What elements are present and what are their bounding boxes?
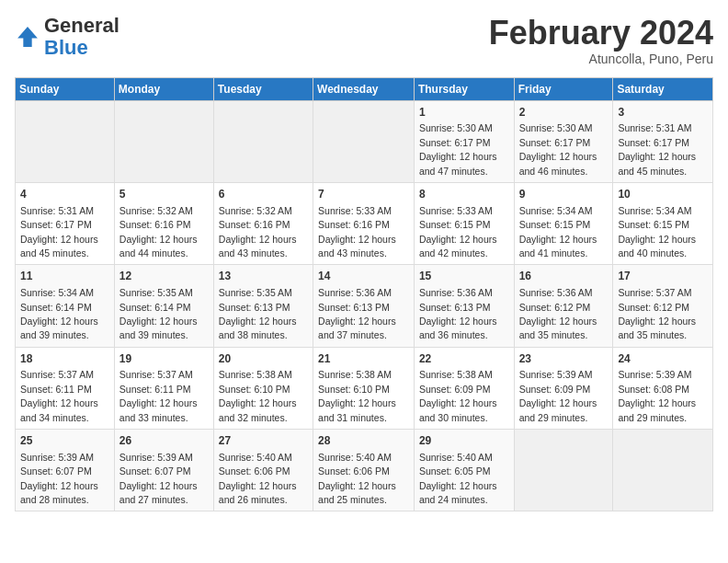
header-cell: Thursday xyxy=(414,77,514,100)
calendar-cell: 18Sunrise: 5:37 AM Sunset: 6:11 PM Dayli… xyxy=(16,347,115,429)
day-number: 1 xyxy=(419,105,509,121)
header-cell: Saturday xyxy=(613,77,713,100)
day-number: 8 xyxy=(419,187,509,202)
day-info: Sunrise: 5:35 AM Sunset: 6:13 PM Dayligh… xyxy=(219,287,297,340)
day-number: 9 xyxy=(519,187,609,202)
day-number: 22 xyxy=(419,351,509,367)
calendar-cell: 19Sunrise: 5:37 AM Sunset: 6:11 PM Dayli… xyxy=(114,347,213,429)
calendar-row: 25Sunrise: 5:39 AM Sunset: 6:07 PM Dayli… xyxy=(16,430,713,511)
calendar-cell xyxy=(514,430,613,511)
calendar-cell: 21Sunrise: 5:38 AM Sunset: 6:10 PM Dayli… xyxy=(313,347,415,429)
day-info: Sunrise: 5:31 AM Sunset: 6:17 PM Dayligh… xyxy=(20,205,98,259)
header-cell: Friday xyxy=(514,77,613,100)
calendar-cell: 25Sunrise: 5:39 AM Sunset: 6:07 PM Dayli… xyxy=(16,430,115,511)
calendar-row: 1Sunrise: 5:30 AM Sunset: 6:17 PM Daylig… xyxy=(16,100,713,182)
calendar-cell: 5Sunrise: 5:32 AM Sunset: 6:16 PM Daylig… xyxy=(114,182,213,264)
calendar-row: 4Sunrise: 5:31 AM Sunset: 6:17 PM Daylig… xyxy=(16,182,713,264)
calendar-cell: 23Sunrise: 5:39 AM Sunset: 6:09 PM Dayli… xyxy=(514,347,613,429)
calendar-cell: 12Sunrise: 5:35 AM Sunset: 6:14 PM Dayli… xyxy=(114,265,213,347)
day-number: 5 xyxy=(119,187,209,202)
calendar-cell: 7Sunrise: 5:33 AM Sunset: 6:16 PM Daylig… xyxy=(313,182,415,264)
day-info: Sunrise: 5:39 AM Sunset: 6:08 PM Dayligh… xyxy=(618,369,696,422)
calendar-cell xyxy=(114,100,213,182)
day-info: Sunrise: 5:39 AM Sunset: 6:07 PM Dayligh… xyxy=(119,452,198,505)
calendar-cell xyxy=(613,430,713,511)
logo-icon xyxy=(15,24,40,50)
day-info: Sunrise: 5:36 AM Sunset: 6:13 PM Dayligh… xyxy=(318,287,396,340)
calendar-cell xyxy=(213,100,313,182)
day-number: 23 xyxy=(519,351,609,367)
day-number: 10 xyxy=(618,187,708,202)
day-info: Sunrise: 5:40 AM Sunset: 6:06 PM Dayligh… xyxy=(318,452,396,505)
calendar-cell: 29Sunrise: 5:40 AM Sunset: 6:05 PM Dayli… xyxy=(414,430,514,511)
day-number: 29 xyxy=(419,433,509,449)
calendar-cell: 20Sunrise: 5:38 AM Sunset: 6:10 PM Dayli… xyxy=(213,347,313,429)
calendar-cell: 6Sunrise: 5:32 AM Sunset: 6:16 PM Daylig… xyxy=(213,182,313,264)
day-info: Sunrise: 5:38 AM Sunset: 6:09 PM Dayligh… xyxy=(419,369,497,422)
day-number: 7 xyxy=(318,187,409,202)
header-cell: Tuesday xyxy=(213,77,313,100)
calendar-cell: 8Sunrise: 5:33 AM Sunset: 6:15 PM Daylig… xyxy=(414,182,514,264)
day-number: 25 xyxy=(20,433,109,449)
calendar-cell: 16Sunrise: 5:36 AM Sunset: 6:12 PM Dayli… xyxy=(514,265,613,347)
day-number: 6 xyxy=(219,187,308,202)
day-info: Sunrise: 5:37 AM Sunset: 6:11 PM Dayligh… xyxy=(20,369,98,422)
day-number: 27 xyxy=(219,433,308,449)
day-info: Sunrise: 5:37 AM Sunset: 6:11 PM Dayligh… xyxy=(119,369,198,422)
day-info: Sunrise: 5:35 AM Sunset: 6:14 PM Dayligh… xyxy=(119,287,198,340)
logo-blue: Blue xyxy=(44,36,88,59)
calendar-cell: 3Sunrise: 5:31 AM Sunset: 6:17 PM Daylig… xyxy=(613,100,713,182)
day-number: 28 xyxy=(318,433,409,449)
header-cell: Wednesday xyxy=(313,77,415,100)
day-info: Sunrise: 5:34 AM Sunset: 6:15 PM Dayligh… xyxy=(519,205,597,259)
day-number: 15 xyxy=(419,269,509,284)
day-info: Sunrise: 5:37 AM Sunset: 6:12 PM Dayligh… xyxy=(618,287,696,340)
day-info: Sunrise: 5:32 AM Sunset: 6:16 PM Dayligh… xyxy=(219,205,297,259)
calendar-cell: 22Sunrise: 5:38 AM Sunset: 6:09 PM Dayli… xyxy=(414,347,514,429)
calendar-cell: 26Sunrise: 5:39 AM Sunset: 6:07 PM Dayli… xyxy=(114,430,213,511)
calendar-cell: 4Sunrise: 5:31 AM Sunset: 6:17 PM Daylig… xyxy=(16,182,115,264)
calendar-cell xyxy=(16,100,115,182)
day-info: Sunrise: 5:33 AM Sunset: 6:15 PM Dayligh… xyxy=(419,205,497,259)
day-info: Sunrise: 5:36 AM Sunset: 6:13 PM Dayligh… xyxy=(419,287,497,340)
calendar-cell: 10Sunrise: 5:34 AM Sunset: 6:15 PM Dayli… xyxy=(613,182,713,264)
day-info: Sunrise: 5:38 AM Sunset: 6:10 PM Dayligh… xyxy=(318,369,396,422)
day-number: 19 xyxy=(119,351,209,367)
day-number: 21 xyxy=(318,351,409,367)
day-number: 13 xyxy=(219,269,308,284)
calendar-cell: 2Sunrise: 5:30 AM Sunset: 6:17 PM Daylig… xyxy=(514,100,613,182)
svg-marker-0 xyxy=(17,27,38,47)
day-number: 18 xyxy=(20,351,109,367)
logo-text: General Blue xyxy=(44,15,119,59)
calendar-cell: 15Sunrise: 5:36 AM Sunset: 6:13 PM Dayli… xyxy=(414,265,514,347)
calendar-cell: 28Sunrise: 5:40 AM Sunset: 6:06 PM Dayli… xyxy=(313,430,415,511)
day-number: 16 xyxy=(519,269,609,284)
calendar-cell: 27Sunrise: 5:40 AM Sunset: 6:06 PM Dayli… xyxy=(213,430,313,511)
day-number: 24 xyxy=(618,351,708,367)
header-row: SundayMondayTuesdayWednesdayThursdayFrid… xyxy=(16,77,713,100)
day-number: 2 xyxy=(519,105,609,121)
day-number: 4 xyxy=(20,187,109,202)
day-number: 11 xyxy=(20,269,109,284)
header-cell: Monday xyxy=(114,77,213,100)
calendar-cell xyxy=(313,100,415,182)
logo-general: General xyxy=(44,14,119,37)
day-number: 17 xyxy=(618,269,708,284)
calendar-table: SundayMondayTuesdayWednesdayThursdayFrid… xyxy=(15,77,713,512)
calendar-title: February 2024 xyxy=(489,15,713,52)
day-info: Sunrise: 5:32 AM Sunset: 6:16 PM Dayligh… xyxy=(119,205,198,259)
day-number: 3 xyxy=(618,105,708,121)
day-info: Sunrise: 5:38 AM Sunset: 6:10 PM Dayligh… xyxy=(219,369,297,422)
day-info: Sunrise: 5:31 AM Sunset: 6:17 PM Dayligh… xyxy=(618,122,696,176)
calendar-row: 18Sunrise: 5:37 AM Sunset: 6:11 PM Dayli… xyxy=(16,347,713,429)
calendar-body: 1Sunrise: 5:30 AM Sunset: 6:17 PM Daylig… xyxy=(16,100,713,511)
day-info: Sunrise: 5:30 AM Sunset: 6:17 PM Dayligh… xyxy=(519,122,597,176)
calendar-cell: 9Sunrise: 5:34 AM Sunset: 6:15 PM Daylig… xyxy=(514,182,613,264)
calendar-subtitle: Atuncolla, Puno, Peru xyxy=(489,52,713,66)
day-info: Sunrise: 5:34 AM Sunset: 6:15 PM Dayligh… xyxy=(618,205,696,259)
page-header: General Blue February 2024 Atuncolla, Pu… xyxy=(15,15,713,66)
calendar-header: SundayMondayTuesdayWednesdayThursdayFrid… xyxy=(16,77,713,100)
calendar-cell: 1Sunrise: 5:30 AM Sunset: 6:17 PM Daylig… xyxy=(414,100,514,182)
day-number: 12 xyxy=(119,269,209,284)
calendar-row: 11Sunrise: 5:34 AM Sunset: 6:14 PM Dayli… xyxy=(16,265,713,347)
